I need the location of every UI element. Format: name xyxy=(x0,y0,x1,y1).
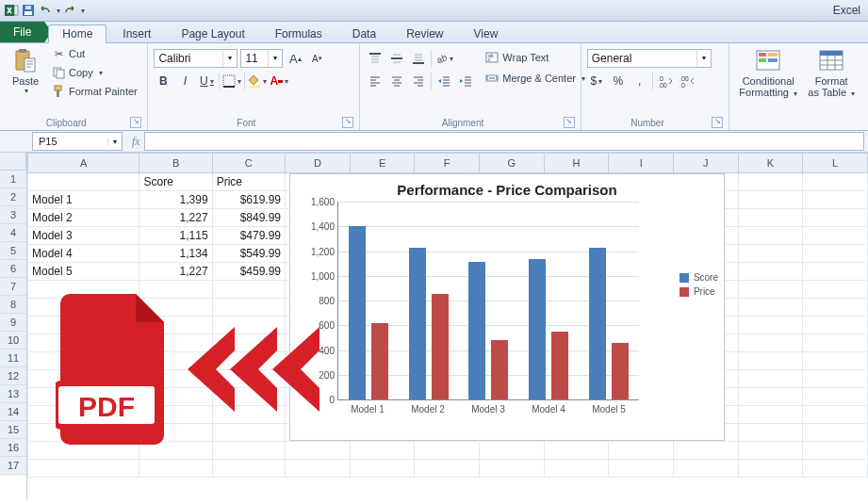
paste-button[interactable]: Paste ▾ xyxy=(6,45,45,95)
cell[interactable] xyxy=(415,460,480,478)
cell[interactable] xyxy=(738,352,803,370)
row-header[interactable]: 15 xyxy=(0,421,26,439)
cell[interactable]: Model 4 xyxy=(28,245,139,263)
cell[interactable]: $459.99 xyxy=(212,263,285,281)
conditional-formatting-button[interactable]: ConditionalFormatting ▾ xyxy=(735,45,801,100)
cell[interactable] xyxy=(28,460,139,478)
decrease-font-icon[interactable]: A▾ xyxy=(307,49,326,68)
col-header[interactable]: J xyxy=(674,154,739,173)
cell[interactable] xyxy=(803,388,868,406)
cell[interactable]: Model 1 xyxy=(28,191,139,209)
decrease-decimal-icon[interactable]: .00.0 xyxy=(678,72,696,90)
percent-button[interactable]: % xyxy=(609,72,628,90)
cell[interactable] xyxy=(803,334,868,352)
cell[interactable] xyxy=(609,460,674,478)
col-header[interactable]: F xyxy=(415,154,480,173)
cell[interactable] xyxy=(738,263,803,281)
col-header[interactable]: D xyxy=(286,154,351,173)
cell[interactable] xyxy=(212,460,285,478)
underline-button[interactable]: U▾ xyxy=(197,72,216,90)
dialog-launcher-icon[interactable]: ↘ xyxy=(564,117,575,128)
row-header[interactable]: 1 xyxy=(0,171,26,188)
cell[interactable] xyxy=(350,460,415,478)
qat-customize-icon[interactable]: ▾ xyxy=(81,7,85,15)
tab-view[interactable]: View xyxy=(460,24,513,42)
cell[interactable] xyxy=(350,442,415,460)
cell[interactable] xyxy=(286,460,351,478)
row-header[interactable]: 8 xyxy=(0,296,26,314)
row-header[interactable]: 12 xyxy=(0,367,26,385)
row-header[interactable]: 9 xyxy=(0,314,26,332)
font-size-dropdown[interactable]: 11 ▾ xyxy=(240,49,283,68)
row-header[interactable]: 2 xyxy=(0,188,26,206)
orientation-button[interactable]: ab▾ xyxy=(434,49,453,68)
cell[interactable] xyxy=(415,442,480,460)
cell[interactable] xyxy=(803,191,868,209)
tab-home[interactable]: Home xyxy=(48,24,106,43)
cell[interactable] xyxy=(803,263,868,281)
format-painter-button[interactable]: Format Painter xyxy=(49,83,140,100)
bold-button[interactable]: B xyxy=(154,72,172,90)
row-header[interactable]: 16 xyxy=(0,439,26,457)
chart[interactable]: Performance - Price Comparison 020040060… xyxy=(289,173,725,441)
row-header[interactable]: 14 xyxy=(0,403,26,421)
cell[interactable] xyxy=(544,460,609,478)
cell[interactable] xyxy=(738,209,803,227)
tab-insert[interactable]: Insert xyxy=(108,24,165,42)
cell[interactable] xyxy=(738,245,803,263)
tab-review[interactable]: Review xyxy=(392,24,457,42)
increase-font-icon[interactable]: A▴ xyxy=(286,49,304,68)
wrap-text-button[interactable]: abc Wrap Text xyxy=(483,49,588,66)
cell[interactable] xyxy=(803,317,868,334)
cell[interactable] xyxy=(738,406,803,424)
cell[interactable] xyxy=(738,388,803,406)
cell[interactable]: Model 3 xyxy=(28,227,139,245)
cell[interactable] xyxy=(738,370,803,388)
cell[interactable] xyxy=(803,299,868,317)
col-header[interactable]: I xyxy=(609,154,674,173)
align-middle-icon[interactable] xyxy=(387,49,406,68)
cell[interactable] xyxy=(803,281,868,299)
align-top-icon[interactable] xyxy=(366,49,385,68)
cell[interactable]: 1,134 xyxy=(139,245,212,263)
italic-button[interactable]: I xyxy=(175,72,194,90)
format-as-table-button[interactable]: Formatas Table ▾ xyxy=(805,45,858,100)
currency-button[interactable]: $▾ xyxy=(587,72,606,90)
increase-indent-icon[interactable] xyxy=(456,72,475,90)
cell[interactable]: $849.99 xyxy=(212,209,285,227)
col-header[interactable]: E xyxy=(350,154,415,173)
cell[interactable]: 1,227 xyxy=(139,209,212,227)
increase-decimal-icon[interactable]: .0.00 xyxy=(656,72,675,90)
col-header[interactable]: G xyxy=(480,154,545,173)
cell[interactable] xyxy=(139,460,212,478)
cell[interactable] xyxy=(803,209,868,227)
cell[interactable] xyxy=(738,191,803,209)
borders-button[interactable]: ▾ xyxy=(222,72,241,90)
cell[interactable] xyxy=(803,227,868,245)
cell[interactable] xyxy=(803,173,868,191)
tab-file[interactable]: File xyxy=(0,22,44,42)
undo-dropdown-icon[interactable]: ▾ xyxy=(57,7,60,15)
tab-page-layout[interactable]: Page Layout xyxy=(167,24,258,42)
row-header[interactable]: 11 xyxy=(0,350,26,367)
cell[interactable] xyxy=(609,442,674,460)
name-box[interactable]: P15 ▾ xyxy=(32,132,123,151)
font-color-button[interactable]: A▾ xyxy=(270,72,288,90)
fx-icon[interactable]: fx xyxy=(132,135,140,149)
font-family-dropdown[interactable]: Calibri ▾ xyxy=(154,49,237,68)
align-bottom-icon[interactable] xyxy=(409,49,428,68)
tab-formulas[interactable]: Formulas xyxy=(261,24,336,42)
row-header[interactable]: 17 xyxy=(0,457,26,475)
cell[interactable]: $549.99 xyxy=(212,245,285,263)
col-header[interactable]: H xyxy=(544,154,609,173)
cell[interactable] xyxy=(803,442,868,460)
cell[interactable]: Price xyxy=(212,173,285,191)
cell[interactable]: 1,399 xyxy=(139,191,212,209)
row-header[interactable]: 7 xyxy=(0,278,26,296)
cell[interactable] xyxy=(803,352,868,370)
align-right-icon[interactable] xyxy=(409,72,428,90)
cut-button[interactable]: ✂ Cut xyxy=(49,45,140,62)
cell[interactable] xyxy=(480,460,545,478)
fill-color-button[interactable]: ▾ xyxy=(248,72,267,90)
cell[interactable] xyxy=(738,460,803,478)
